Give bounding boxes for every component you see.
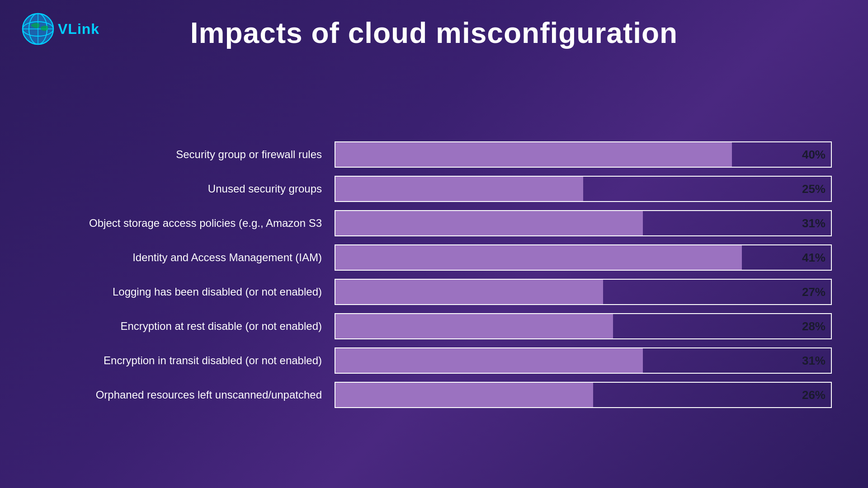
- bar-row: Logging has been disabled (or not enable…: [36, 276, 832, 308]
- bar-value: 27%: [802, 285, 826, 299]
- logo-v: V: [58, 21, 68, 37]
- bar-label: Logging has been disabled (or not enable…: [36, 286, 335, 298]
- bar-row: Encryption in transit disabled (or not e…: [36, 344, 832, 377]
- bar-value: 25%: [802, 182, 826, 196]
- bar-fill: [335, 314, 613, 338]
- bar-value: 31%: [802, 216, 826, 230]
- bar-fill: [335, 383, 593, 407]
- bar-fill: [335, 245, 742, 270]
- bar-fill: [335, 177, 583, 201]
- chart-container: Security group or firewall rules40%Unuse…: [36, 72, 832, 470]
- bar-fill: [335, 142, 732, 167]
- bar-track: 31%: [335, 347, 832, 374]
- bar-track: 41%: [335, 244, 832, 271]
- bar-label: Encryption at rest disable (or not enabl…: [36, 320, 335, 333]
- bar-track: 28%: [335, 313, 832, 339]
- bar-label: Encryption in transit disabled (or not e…: [36, 354, 335, 367]
- logo: VLink: [22, 13, 99, 45]
- bar-track: 31%: [335, 210, 832, 236]
- page-title: Impacts of cloud misconfiguration: [0, 0, 868, 50]
- bar-value: 28%: [802, 319, 826, 333]
- logo-text: VLink: [58, 21, 99, 38]
- bar-fill: [335, 348, 643, 373]
- bar-fill: [335, 280, 603, 304]
- bar-row: Unused security groups25%: [36, 173, 832, 205]
- bar-track: 40%: [335, 141, 832, 168]
- bar-row: Identity and Access Management (IAM)41%: [36, 241, 832, 274]
- bar-label: Orphaned resources left unscanned/unpatc…: [36, 389, 335, 401]
- bar-row: Encryption at rest disable (or not enabl…: [36, 310, 832, 343]
- bar-value: 41%: [802, 251, 826, 265]
- bar-row: Security group or firewall rules40%: [36, 138, 832, 171]
- logo-globe-icon: [22, 13, 54, 45]
- bar-track: 27%: [335, 279, 832, 305]
- bar-track: 26%: [335, 382, 832, 408]
- bar-row: Orphaned resources left unscanned/unpatc…: [36, 379, 832, 411]
- bar-track: 25%: [335, 176, 832, 202]
- bar-value: 31%: [802, 354, 826, 368]
- bar-label: Unused security groups: [36, 183, 335, 195]
- bar-value: 40%: [802, 148, 826, 162]
- bar-value: 26%: [802, 388, 826, 402]
- bar-label: Security group or firewall rules: [36, 148, 335, 161]
- bar-label: Object storage access policies (e.g., Am…: [36, 217, 335, 230]
- bar-label: Identity and Access Management (IAM): [36, 251, 335, 264]
- logo-link: Link: [68, 21, 99, 37]
- bar-fill: [335, 211, 643, 235]
- bar-row: Object storage access policies (e.g., Am…: [36, 207, 832, 239]
